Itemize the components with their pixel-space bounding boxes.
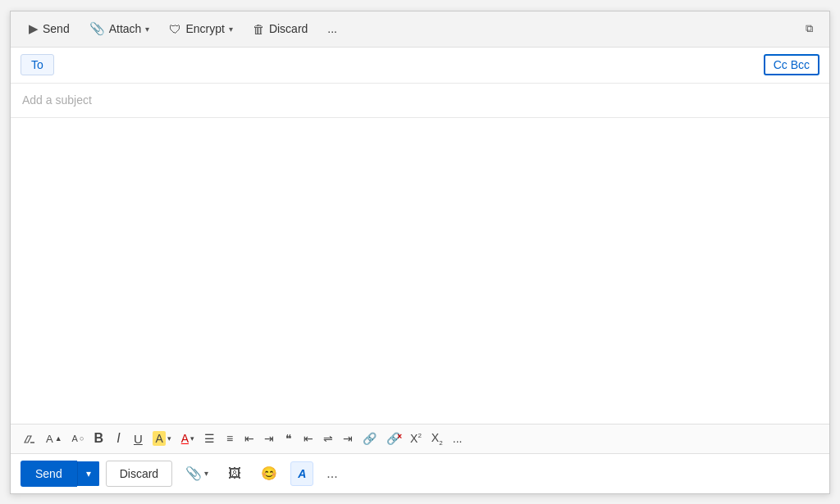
image-button[interactable]: 🖼	[221, 461, 248, 486]
formatting-toolbar: A ▲ A ○ B I U A ▾ A ▾ ☰ ≡	[11, 424, 829, 453]
align-left-icon: ⇤	[304, 432, 313, 445]
attach-button[interactable]: 📎 Attach ▾	[81, 17, 158, 40]
italic-label: I	[116, 431, 120, 446]
indent-decrease-button[interactable]: ⇤	[240, 429, 258, 448]
send-toolbar-label: Send	[43, 22, 70, 35]
more-action-button[interactable]: ...	[320, 461, 344, 486]
subscript-icon: X2	[431, 431, 443, 447]
underline-label: U	[134, 432, 143, 446]
indent-increase-icon: ⇥	[264, 432, 274, 445]
numbered-list-button[interactable]: ≡	[221, 429, 239, 448]
restore-window-button[interactable]: ⧉	[799, 19, 819, 39]
clear-formatting-button[interactable]	[19, 429, 40, 448]
font-color-icon: A	[181, 432, 189, 445]
send-dropdown-button[interactable]: ▾	[77, 461, 99, 486]
emoji-icon: 😊	[261, 465, 277, 481]
more-toolbar-label: ...	[327, 22, 337, 35]
font-size-increase-icon: A	[46, 433, 53, 445]
font-size-decrease-button[interactable]: A ○	[68, 430, 89, 447]
encrypt-label: Encrypt	[185, 22, 224, 35]
italic-button[interactable]: I	[109, 428, 127, 449]
underline-button[interactable]: U	[129, 429, 147, 449]
align-left-button[interactable]: ⇤	[299, 429, 317, 448]
font-color-button[interactable]: A ▾	[177, 429, 199, 448]
recipients-row: To Cc Bcc	[11, 48, 829, 84]
insert-link-icon: 🔗	[363, 432, 377, 445]
encrypt-button[interactable]: 🛡 Encrypt ▾	[161, 18, 240, 40]
indent-decrease-icon: ⇤	[244, 432, 254, 445]
font-size-decrease-icon: A	[72, 434, 78, 443]
bold-label: B	[94, 431, 104, 446]
attach-icon: 📎	[89, 21, 105, 36]
window-controls: ⧉	[799, 19, 819, 39]
more-formatting-button[interactable]: ...	[449, 429, 467, 448]
bold-button[interactable]: B	[89, 428, 107, 449]
message-body[interactable]	[11, 118, 829, 424]
align-right-button[interactable]: ⇥	[339, 429, 357, 448]
subject-input[interactable]	[22, 93, 818, 107]
discard-icon: 🗑	[253, 22, 265, 36]
discard-toolbar-button[interactable]: 🗑 Discard	[244, 18, 316, 40]
attach-action-chevron: ▾	[204, 469, 208, 478]
send-dropdown-icon: ▾	[86, 468, 91, 479]
remove-link-icon: 🔗×	[386, 432, 400, 445]
font-size-increase-button[interactable]: A ▲	[42, 429, 66, 448]
quote-button[interactable]: ❝	[280, 429, 298, 448]
insert-link-button[interactable]: 🔗	[358, 429, 381, 448]
to-input[interactable]	[54, 55, 764, 75]
top-toolbar: ▶ Send 📎 Attach ▾ 🛡 Encrypt ▾ 🗑 Discard …	[11, 11, 829, 48]
subject-row	[11, 84, 829, 118]
more-toolbar-button[interactable]: ...	[319, 18, 345, 39]
emoji-button[interactable]: 😊	[254, 461, 284, 486]
encrypt-chevron-icon: ▾	[229, 25, 233, 34]
align-right-icon: ⇥	[343, 432, 353, 445]
align-center-icon: ⇌	[323, 432, 333, 445]
signature-icon: A	[298, 467, 306, 480]
image-icon: 🖼	[228, 466, 241, 481]
highlight-button[interactable]: A ▾	[148, 429, 175, 448]
clear-formatting-icon	[23, 432, 36, 445]
to-button[interactable]: To	[21, 54, 54, 75]
numbered-list-icon: ≡	[226, 432, 233, 445]
bullets-button[interactable]: ☰	[200, 429, 219, 448]
bullets-icon: ☰	[204, 432, 215, 445]
highlight-icon: A	[153, 432, 165, 445]
attach-chevron-icon: ▾	[145, 25, 149, 34]
action-bar: Send ▾ Discard 📎 ▾ 🖼 😊 A ...	[11, 453, 829, 493]
send-group: Send ▾	[21, 461, 99, 487]
send-icon: ▶	[29, 21, 39, 36]
attach-label: Attach	[109, 22, 142, 35]
indent-increase-button[interactable]: ⇥	[260, 429, 278, 448]
align-center-button[interactable]: ⇌	[319, 429, 337, 448]
superscript-button[interactable]: X2	[406, 429, 426, 448]
attach-action-icon: 📎	[185, 465, 202, 481]
cc-bcc-button[interactable]: Cc Bcc	[764, 54, 819, 75]
attach-action-button[interactable]: 📎 ▾	[179, 461, 215, 486]
send-toolbar-button[interactable]: ▶ Send	[21, 17, 78, 40]
superscript-icon: X2	[410, 432, 422, 445]
more-action-label: ...	[326, 466, 337, 481]
more-formatting-label: ...	[453, 432, 463, 445]
discard-toolbar-label: Discard	[269, 22, 308, 35]
discard-button[interactable]: Discard	[106, 461, 172, 487]
subscript-button[interactable]: X2	[427, 428, 447, 450]
encrypt-icon: 🛡	[169, 22, 181, 36]
quote-icon: ❝	[285, 432, 292, 445]
signature-button[interactable]: A	[290, 461, 313, 486]
remove-link-button[interactable]: 🔗×	[382, 429, 404, 448]
send-button[interactable]: Send	[21, 461, 77, 487]
compose-window: ▶ Send 📎 Attach ▾ 🛡 Encrypt ▾ 🗑 Discard …	[10, 11, 830, 494]
